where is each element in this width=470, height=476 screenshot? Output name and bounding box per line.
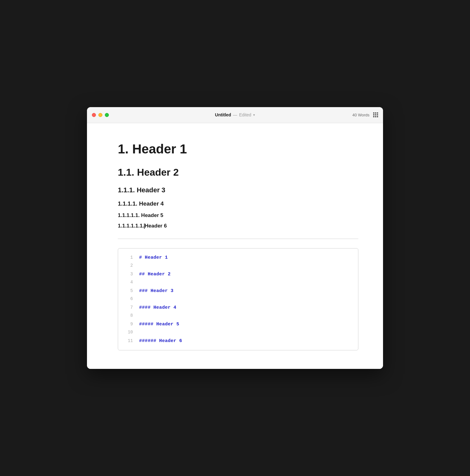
code-line-10: 10 xyxy=(118,328,358,337)
line-number-3: 3 xyxy=(124,270,133,278)
heading-1: 1. Header 1 xyxy=(118,142,358,157)
line-number-1: 1 xyxy=(124,254,133,261)
title-separator: — xyxy=(233,112,237,117)
line-content-7: #### Header 4 xyxy=(139,303,176,312)
line-number-7: 7 xyxy=(124,304,133,311)
line-content-1: # Header 1 xyxy=(139,253,168,262)
document-title: Untitled xyxy=(215,112,231,117)
title-status: Edited xyxy=(239,112,251,117)
title-chevron-icon[interactable]: ▾ xyxy=(253,113,255,117)
code-line-2: 2 xyxy=(118,262,358,270)
line-number-5: 5 xyxy=(124,287,133,295)
heading-6: 1.1.1.1.1.1.Header 6 xyxy=(118,223,358,229)
heading-3: 1.1.1. Header 3 xyxy=(118,186,358,195)
heading-5: 1.1.1.1.1. Header 5 xyxy=(118,212,358,219)
line-content-9: ##### Header 5 xyxy=(139,320,179,328)
maximize-button[interactable] xyxy=(105,113,109,117)
section-divider xyxy=(118,239,358,239)
heading-2: 1.1. Header 2 xyxy=(118,166,358,178)
menu-grid-icon[interactable] xyxy=(373,112,378,117)
close-button[interactable] xyxy=(92,113,96,117)
code-line-6: 6 xyxy=(118,295,358,303)
line-number-4: 4 xyxy=(124,278,133,286)
line-number-8: 8 xyxy=(124,312,133,319)
line-number-10: 10 xyxy=(124,328,133,336)
app-window: Untitled — Edited ▾ 40 Words 1. Header 1… xyxy=(87,107,383,369)
titlebar-center: Untitled — Edited ▾ xyxy=(215,112,255,117)
line-number-2: 2 xyxy=(124,262,133,269)
line-number-6: 6 xyxy=(124,295,133,303)
line-content-3: ## Header 2 xyxy=(139,270,171,278)
line-number-9: 9 xyxy=(124,320,133,328)
code-line-11: 11 ###### Header 6 xyxy=(118,337,358,345)
minimize-button[interactable] xyxy=(98,113,102,117)
code-line-8: 8 xyxy=(118,312,358,320)
line-number-11: 11 xyxy=(124,337,133,345)
line-content-5: ### Header 3 xyxy=(139,287,174,295)
titlebar: Untitled — Edited ▾ 40 Words xyxy=(87,107,383,123)
word-count: 40 Words xyxy=(352,113,369,117)
titlebar-right: 40 Words xyxy=(352,112,378,117)
code-line-9: 9 ##### Header 5 xyxy=(118,320,358,328)
code-line-5: 5 ### Header 3 xyxy=(118,287,358,295)
code-line-1: 1 # Header 1 xyxy=(118,253,358,262)
code-line-3: 3 ## Header 2 xyxy=(118,270,358,278)
heading-4: 1.1.1.1. Header 4 xyxy=(118,200,358,208)
heading-6-prefix: 1.1.1.1.1.1. xyxy=(118,223,144,229)
document-content[interactable]: 1. Header 1 1.1. Header 2 1.1.1. Header … xyxy=(87,123,383,369)
heading-6-suffix: Header 6 xyxy=(145,223,167,229)
code-block[interactable]: 1 # Header 1 2 3 ## Header 2 4 5 ### Hea… xyxy=(118,248,358,350)
code-line-4: 4 xyxy=(118,278,358,287)
line-content-11: ###### Header 6 xyxy=(139,337,182,345)
traffic-lights xyxy=(92,113,109,117)
code-line-7: 7 #### Header 4 xyxy=(118,303,358,312)
